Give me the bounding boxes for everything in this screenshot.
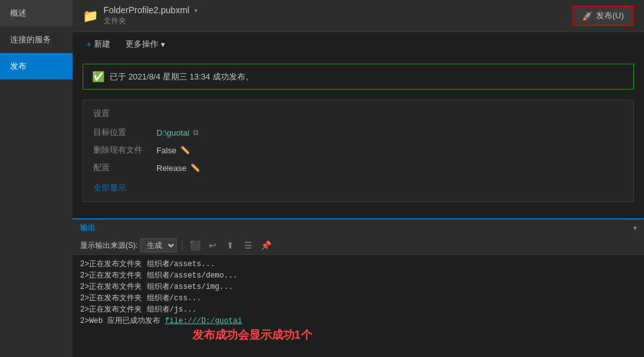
profile-name: FolderProfile2.pubxml [103, 5, 189, 15]
output-section: 输出 ▾ 显示输出来源(S): 生成 ⬛ ↩ ⬆ ☰ 📌 2>正在发布文件夹 组… [73, 218, 644, 357]
output-tool-btn-1[interactable]: ⬛ [187, 239, 202, 252]
plus-icon: + [86, 40, 91, 49]
log-line-3: 2>正在发布文件夹 组织者/assets/img... [80, 281, 636, 293]
edit-delete-icon[interactable]: ✏️ [180, 146, 190, 155]
sidebar: 概述 连接的服务 发布 [0, 0, 73, 357]
log-line-5: 2>正在发布文件夹 组织者/js... [80, 304, 636, 315]
settings-row-delete: 删除现有文件 False ✏️ [93, 144, 623, 156]
output-tool-btn-3[interactable]: ⬆ [223, 239, 238, 252]
settings-value-delete: False [156, 146, 177, 155]
header-title-block: FolderProfile2.pubxml ▾ 文件夹 [103, 5, 197, 26]
settings-section: 设置 目标位置 D:\guotai ⧉ 删除现有文件 False ✏️ 配置 R… [83, 100, 634, 202]
more-actions-button[interactable]: 更多操作 ▾ [122, 37, 169, 51]
annotation-text: 发布成功会显示成功1个 [192, 329, 312, 341]
publish-button-label: 发布(U) [596, 10, 624, 21]
content-area: ✅ 已于 2021/8/4 星期三 13:34 成功发布。 设置 目标位置 D:… [73, 56, 644, 218]
output-source-label: 显示输出来源(S): [80, 240, 138, 251]
copy-icon[interactable]: ⧉ [193, 128, 199, 137]
publish-icon: 🚀 [582, 11, 592, 21]
output-title: 输出 [80, 223, 95, 233]
output-header: 输出 ▾ [73, 219, 644, 237]
folder-icon: 📁 [83, 8, 98, 23]
dropdown-arrow-icon[interactable]: ▾ [194, 7, 197, 14]
settings-label-target: 目标位置 [93, 127, 156, 138]
log-line-4: 2>正在发布文件夹 组织者/css... [80, 293, 636, 304]
output-tool-btn-5[interactable]: 📌 [258, 239, 273, 252]
show-all-link[interactable]: 全部显示 [93, 182, 126, 194]
sidebar-item-overview[interactable]: 概述 [0, 0, 73, 26]
output-collapse-icon[interactable]: ▾ [633, 225, 636, 231]
header: 📁 FolderProfile2.pubxml ▾ 文件夹 🚀 发布(U) [73, 0, 644, 32]
toolbar-separator [182, 240, 182, 250]
log-line-2: 2>正在发布文件夹 组织者/assets/demo... [80, 270, 636, 281]
output-toolbar: 显示输出来源(S): 生成 ⬛ ↩ ⬆ ☰ 📌 [73, 237, 644, 255]
sidebar-item-publish[interactable]: 发布 [0, 53, 73, 79]
sidebar-item-connected-services[interactable]: 连接的服务 [0, 26, 73, 53]
success-banner: ✅ 已于 2021/8/4 星期三 13:34 成功发布。 [83, 64, 634, 90]
success-message: 已于 2021/8/4 星期三 13:34 成功发布。 [110, 71, 254, 83]
log-line-1: 2>正在发布文件夹 组织者/assets... [80, 259, 636, 270]
toolbar: + 新建 更多操作 ▾ [73, 32, 644, 56]
settings-value-config: Release [156, 163, 187, 173]
publish-link[interactable]: file:///D:/guotai [165, 317, 242, 325]
settings-label-config: 配置 [93, 162, 156, 173]
output-tool-btn-2[interactable]: ↩ [205, 239, 220, 252]
output-source-select[interactable]: 生成 [140, 238, 177, 252]
publish-button[interactable]: 🚀 发布(U) [572, 6, 634, 26]
success-check-icon: ✅ [92, 71, 105, 83]
output-tool-btn-4[interactable]: ☰ [240, 239, 255, 252]
settings-row-config: 配置 Release ✏️ [93, 162, 623, 173]
output-header-left: 输出 [80, 223, 95, 233]
edit-config-icon[interactable]: ✏️ [190, 163, 200, 172]
settings-row-target: 目标位置 D:\guotai ⧉ [93, 127, 623, 138]
new-label: 新建 [94, 38, 110, 50]
more-actions-chevron-icon: ▾ [161, 40, 165, 49]
settings-label-delete: 删除现有文件 [93, 144, 156, 156]
settings-title: 设置 [93, 108, 623, 119]
header-left: 📁 FolderProfile2.pubxml ▾ 文件夹 [83, 5, 197, 26]
profile-subtitle: 文件夹 [103, 16, 197, 26]
more-actions-label: 更多操作 [126, 38, 158, 50]
settings-value-target: D:\guotai [156, 128, 189, 138]
new-button[interactable]: + 新建 [83, 37, 114, 51]
output-log: 2>正在发布文件夹 组织者/assets... 2>正在发布文件夹 组织者/as… [73, 255, 644, 357]
main-content: 📁 FolderProfile2.pubxml ▾ 文件夹 🚀 发布(U) + … [73, 0, 644, 357]
log-line-6: 2>Web 应用已成功发布 file:///D:/guotai 发布成功会显示成… [80, 315, 636, 355]
